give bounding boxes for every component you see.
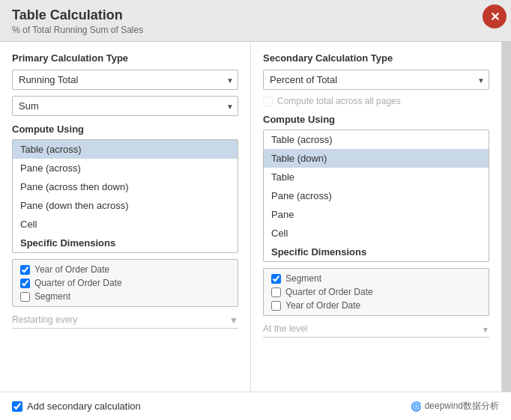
left-dim-2-checkbox[interactable] <box>20 292 30 302</box>
scrollbar[interactable] <box>502 42 511 392</box>
content-area: Primary Calculation Type Running Total D… <box>0 42 511 392</box>
left-compute-item-3[interactable]: Pane (down then across) <box>13 196 238 215</box>
right-compute-item-4[interactable]: Pane <box>264 205 489 224</box>
at-level-line: At the level ▼ <box>263 323 489 338</box>
right-dim-2-label: Year of Order Date <box>285 300 360 311</box>
add-secondary-text: Add secondary calculation <box>27 401 141 412</box>
right-compute-using-label: Compute Using <box>263 114 489 125</box>
right-dim-0: Segment <box>271 273 481 284</box>
primary-calc-type-label: Primary Calculation Type <box>12 52 238 64</box>
main-container: Table Calculation % of Total Running Sum… <box>0 0 511 420</box>
dialog-subtitle: % of Total Running Sum of Sales <box>12 25 499 35</box>
compute-across-label: Compute total across all pages <box>277 96 401 106</box>
left-compute-item-4[interactable]: Cell <box>13 215 238 234</box>
right-compute-item-1[interactable]: Table (down) <box>264 149 489 168</box>
at-level-arrow-icon: ▼ <box>482 326 489 334</box>
footer: Add secondary calculation 🌀 deepwind数据分析 <box>0 392 511 420</box>
dialog-header: Table Calculation % of Total Running Sum… <box>0 0 511 42</box>
dialog-title: Table Calculation <box>12 7 499 23</box>
right-compute-item-2[interactable]: Table <box>264 168 489 186</box>
at-level-label: At the level <box>263 323 307 334</box>
primary-calc-subtype-select-wrap: Sum Average Count Count Distinct Minimum… <box>12 96 238 116</box>
secondary-calc-type-label: Secondary Calculation Type <box>263 52 489 64</box>
left-dim-0: Year of Order Date <box>20 264 230 275</box>
right-compute-item-6[interactable]: Specific Dimensions <box>264 243 489 261</box>
at-level-wrap: At the level ▼ <box>263 323 489 338</box>
right-compute-item-5[interactable]: Cell <box>264 224 489 243</box>
left-dim-1-label: Quarter of Order Date <box>34 278 122 288</box>
secondary-calc-type-select[interactable]: Percent of Total Difference From Percent… <box>263 70 489 90</box>
left-dim-1-checkbox[interactable] <box>20 279 30 288</box>
add-secondary-label[interactable]: Add secondary calculation <box>12 401 141 412</box>
right-panel: Secondary Calculation Type Percent of To… <box>251 42 502 392</box>
add-secondary-checkbox[interactable] <box>12 401 22 412</box>
watermark: 🌀 deepwind数据分析 <box>411 400 499 413</box>
compute-across-row: Compute total across all pages <box>263 96 489 106</box>
left-dimensions-box: Year of Order Date Quarter of Order Date… <box>12 259 238 307</box>
left-compute-item-1[interactable]: Pane (across) <box>13 159 238 177</box>
right-dim-1-checkbox[interactable] <box>271 287 281 297</box>
restarting-every-wrap: Restarting every ▼ <box>12 314 238 329</box>
watermark-icon: 🌀 <box>411 401 422 412</box>
right-dimensions-box: Segment Quarter of Order Date Year of Or… <box>263 268 489 316</box>
close-button[interactable]: ✕ <box>483 4 507 28</box>
compute-across-checkbox[interactable] <box>263 97 273 106</box>
left-panel: Primary Calculation Type Running Total D… <box>0 42 251 392</box>
primary-calc-type-select-wrap: Running Total Difference From Percent Di… <box>12 70 238 90</box>
primary-calc-subtype-select[interactable]: Sum Average Count Count Distinct Minimum… <box>12 96 238 116</box>
right-dim-1: Quarter of Order Date <box>271 287 481 297</box>
left-compute-using-label: Compute Using <box>12 124 238 135</box>
right-dim-2: Year of Order Date <box>271 300 481 311</box>
right-dim-2-checkbox[interactable] <box>271 301 281 311</box>
watermark-text: deepwind数据分析 <box>425 400 499 413</box>
left-dim-0-checkbox[interactable] <box>20 265 30 275</box>
left-compute-item-0[interactable]: Table (across) <box>13 140 238 159</box>
left-compute-list: Table (across) Pane (across) Pane (acros… <box>12 139 238 253</box>
left-dim-0-label: Year of Order Date <box>34 264 109 275</box>
right-dim-1-label: Quarter of Order Date <box>285 287 373 297</box>
restarting-every-label: Restarting every <box>12 314 77 325</box>
restarting-every-line: Restarting every ▼ <box>12 314 238 329</box>
right-compute-item-0[interactable]: Table (across) <box>264 130 489 149</box>
left-compute-item-2[interactable]: Pane (across then down) <box>13 177 238 196</box>
left-compute-item-5[interactable]: Specific Dimensions <box>13 234 238 252</box>
secondary-calc-type-select-wrap: Percent of Total Difference From Percent… <box>263 70 489 90</box>
right-compute-item-3[interactable]: Pane (across) <box>264 186 489 205</box>
left-dim-2: Segment <box>20 291 230 302</box>
left-dim-2-label: Segment <box>34 291 70 302</box>
primary-calc-type-select[interactable]: Running Total Difference From Percent Di… <box>12 70 238 90</box>
right-dim-0-label: Segment <box>285 273 321 284</box>
restarting-every-arrow-icon: ▼ <box>229 315 238 326</box>
right-compute-list: Table (across) Table (down) Table Pane (… <box>263 130 489 262</box>
left-dim-1: Quarter of Order Date <box>20 278 230 288</box>
right-dim-0-checkbox[interactable] <box>271 274 281 284</box>
